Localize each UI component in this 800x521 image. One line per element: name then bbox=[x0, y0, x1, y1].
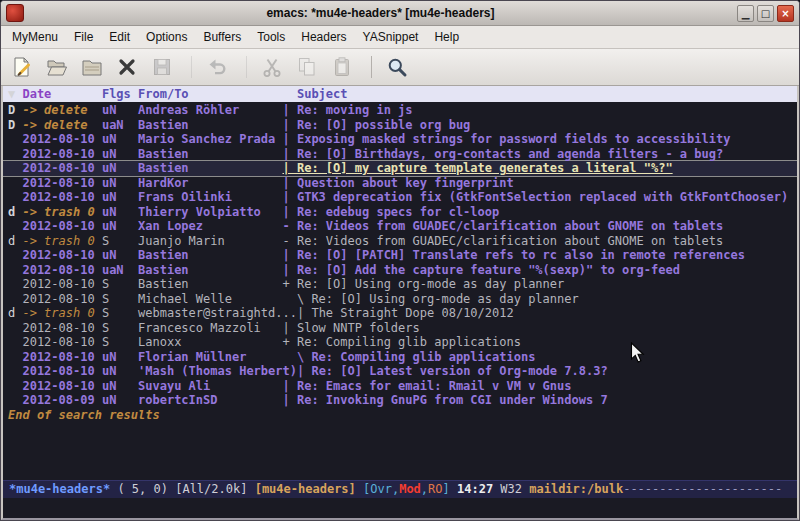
message-row[interactable]: d-> trash 0uNThierry Volpiatto| Re: edeb… bbox=[3, 205, 797, 220]
date-cell: 2012-08-10 bbox=[22, 147, 101, 162]
maximize-button[interactable]: □ bbox=[757, 5, 774, 22]
open-folder-icon bbox=[46, 56, 68, 78]
subject-cell: | Slow NNTP folders bbox=[283, 321, 420, 335]
modeline-segment: W32 bbox=[500, 482, 529, 496]
message-row[interactable]: 2012-08-10uNSuvayu Ali| Re: Emacs for em… bbox=[3, 379, 797, 394]
sort-direction-icon[interactable]: ▼ bbox=[8, 86, 22, 102]
new-file-button[interactable] bbox=[8, 53, 36, 81]
copy-button bbox=[293, 53, 321, 81]
message-row[interactable]: 2012-08-10uNFrans Oilinki| GTK3 deprecat… bbox=[3, 190, 797, 205]
from-cell: Florian Müllner bbox=[138, 350, 282, 365]
menu-item-options[interactable]: Options bbox=[138, 27, 195, 47]
message-row[interactable]: 2012-08-10uNBastien| Re: [O] Birthdays, … bbox=[3, 147, 797, 162]
message-row[interactable]: 2012-08-09uNrobertcInSD| Re: Invoking Gn… bbox=[3, 393, 797, 408]
flags-cell: uaN bbox=[102, 118, 138, 133]
from-cell: Michael Welle bbox=[138, 292, 282, 307]
message-row[interactable]: 2012-08-10uN'Mash (Thomas Herbert)| Re: … bbox=[3, 364, 797, 379]
message-row[interactable]: d-> trash 0Swebmaster@straightd...| The … bbox=[3, 306, 797, 321]
date-cell: -> trash 0 bbox=[22, 234, 101, 249]
date-cell: 2012-08-10 bbox=[22, 379, 101, 394]
copy-pages-icon bbox=[296, 56, 318, 78]
message-row[interactable]: d-> trash 0SJuanjo Marin- Re: Videos fro… bbox=[3, 234, 797, 249]
flags-cell: uN bbox=[102, 393, 138, 408]
close-button[interactable]: × bbox=[777, 5, 794, 22]
subject-cell: \ Re: Compiling glib applications bbox=[283, 350, 536, 364]
column-header-flags[interactable]: Flgs bbox=[102, 86, 138, 102]
headers-column-bar[interactable]: ▼DateFlgsFrom/To Subject bbox=[3, 86, 797, 102]
date-cell: -> delete bbox=[22, 118, 101, 133]
message-row[interactable]: 2012-08-10uNXan Lopez- Re: Videos from G… bbox=[3, 219, 797, 234]
message-row[interactable]: 2012-08-10SBastien+ Re: [O] Using org-mo… bbox=[3, 277, 797, 292]
menu-item-file[interactable]: File bbox=[66, 27, 101, 47]
mark-char: d bbox=[8, 234, 22, 249]
menu-item-edit[interactable]: Edit bbox=[101, 27, 138, 47]
mark-char: d bbox=[8, 205, 22, 220]
subject-cell: | Re: edebug specs for cl-loop bbox=[283, 205, 500, 219]
flags-cell: uN bbox=[102, 364, 138, 379]
message-row[interactable]: 2012-08-10SLanoxx+ Re: Compiling glib ap… bbox=[3, 335, 797, 350]
column-header-subject[interactable]: Subject bbox=[283, 87, 348, 101]
date-cell: 2012-08-10 bbox=[22, 190, 101, 205]
mark-char: d bbox=[8, 306, 22, 321]
kill-buffer-button[interactable] bbox=[113, 53, 141, 81]
flags-cell: uN bbox=[102, 147, 138, 162]
modeline-segment: [mu4e-headers] bbox=[255, 482, 363, 496]
message-row[interactable]: 2012-08-10uNBastien| Re: [O] [PATCH] Tra… bbox=[3, 248, 797, 263]
date-cell: -> trash 0 bbox=[22, 306, 101, 321]
mode-line[interactable]: *mu4e-headers* ( 5, 0) [All/2.0k] [mu4e-… bbox=[3, 480, 797, 498]
subject-cell: | Question about key fingerprint bbox=[283, 176, 514, 190]
message-row[interactable]: 2012-08-10uNHardKor| Question about key … bbox=[3, 176, 797, 191]
flags-cell: uN bbox=[102, 350, 138, 365]
subject-cell: | Exposing masked strings for password f… bbox=[283, 132, 731, 146]
flags-cell: uN bbox=[102, 248, 138, 263]
from-cell: Juanjo Marin bbox=[138, 234, 282, 249]
echo-area-minibuffer[interactable] bbox=[3, 498, 797, 518]
flags-cell: uN bbox=[102, 103, 138, 118]
subject-cell: + Re: [O] Using org-mode as day planner bbox=[283, 277, 565, 291]
mark-char: D bbox=[8, 118, 22, 133]
date-cell: 2012-08-10 bbox=[22, 219, 101, 234]
search-button[interactable] bbox=[383, 53, 411, 81]
menu-item-tools[interactable]: Tools bbox=[249, 27, 293, 47]
message-row[interactable]: 2012-08-10uNFlorian Müllner \ Re: Compil… bbox=[3, 350, 797, 365]
menu-item-headers[interactable]: Headers bbox=[293, 27, 354, 47]
minimize-button[interactable]: ▁ bbox=[737, 5, 754, 22]
window-controls: ▁□× bbox=[737, 5, 794, 22]
menu-item-help[interactable]: Help bbox=[426, 27, 467, 47]
date-cell: 2012-08-10 bbox=[22, 321, 101, 336]
menu-item-yasnippet[interactable]: YASnippet bbox=[355, 27, 427, 47]
flags-cell: uN bbox=[102, 132, 138, 147]
column-header-from[interactable]: From/To bbox=[138, 86, 282, 102]
menu-item-buffers[interactable]: Buffers bbox=[195, 27, 249, 47]
subject-cell: - Re: Videos from GUADEC/clarification a… bbox=[283, 234, 724, 248]
modeline-segment: ] bbox=[443, 482, 457, 496]
modeline-segment: *mu4e-headers* bbox=[9, 482, 110, 496]
titlebar[interactable]: emacs: *mu4e-headers* [mu4e-headers] ▁□× bbox=[1, 1, 799, 26]
from-cell: Bastien bbox=[138, 263, 282, 278]
dired-button[interactable] bbox=[78, 53, 106, 81]
mark-char: D bbox=[8, 103, 22, 118]
mouse-cursor bbox=[630, 342, 647, 365]
message-row[interactable]: D-> deleteuaNBastien| Re: [O] possible o… bbox=[3, 118, 797, 133]
from-cell: Suvayu Ali bbox=[138, 379, 282, 394]
open-file-button[interactable] bbox=[43, 53, 71, 81]
message-row[interactable]: 2012-08-10SMichael Welle \ Re: [O] Using… bbox=[3, 292, 797, 307]
message-row[interactable]: 2012-08-10uNBastien| Re: [O] my capture … bbox=[3, 161, 797, 176]
floppy-save-icon bbox=[151, 56, 173, 78]
subject-cell: \ Re: [O] Using org-mode as day planner bbox=[283, 292, 579, 306]
scissors-icon bbox=[261, 56, 283, 78]
date-cell: 2012-08-10 bbox=[22, 277, 101, 292]
subject-cell: | Re: moving in js bbox=[283, 103, 413, 117]
subject-cell: | Re: Emacs for email: Rmail v VM v Gnus bbox=[283, 379, 572, 393]
date-cell: 2012-08-10 bbox=[22, 364, 101, 379]
subject-cell: | Re: [O] Add the capture feature "%(sex… bbox=[283, 263, 680, 277]
message-row[interactable]: D-> deleteuNAndreas Röhler| Re: moving i… bbox=[3, 103, 797, 118]
message-row[interactable]: 2012-08-10SFrancesco Mazzoli| Slow NNTP … bbox=[3, 321, 797, 336]
menu-item-mymenu[interactable]: MyMenu bbox=[4, 27, 66, 47]
message-row[interactable]: 2012-08-10uNMario Sanchez Prada| Exposin… bbox=[3, 132, 797, 147]
column-header-date[interactable]: Date bbox=[22, 86, 101, 102]
flags-cell: uN bbox=[102, 205, 138, 220]
date-cell: -> delete bbox=[22, 103, 101, 118]
modeline-segment: , bbox=[421, 482, 428, 496]
message-row[interactable]: 2012-08-10uaNBastien| Re: [O] Add the ca… bbox=[3, 263, 797, 278]
